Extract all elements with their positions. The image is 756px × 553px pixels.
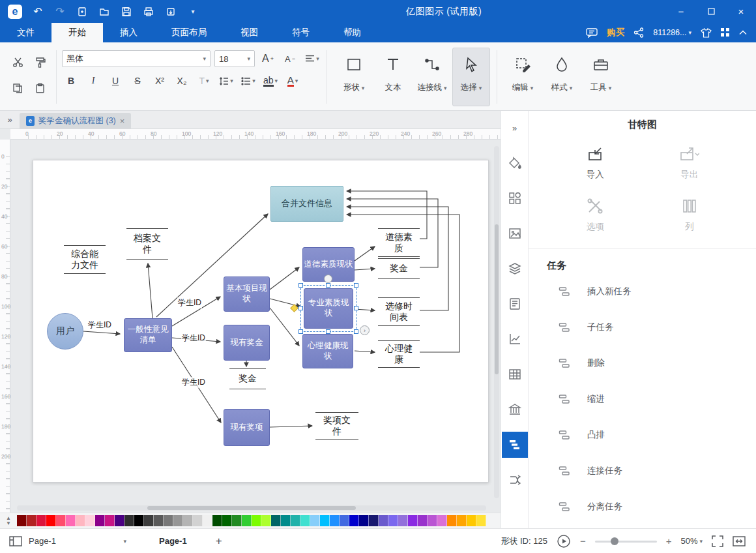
color-swatch[interactable]	[447, 515, 457, 526]
diagram-node[interactable]: 现有奖项	[224, 409, 270, 446]
document-tab[interactable]: e 奖学金确认流程图 (3) ×	[20, 113, 131, 128]
color-swatch[interactable]	[222, 515, 232, 526]
color-swatch[interactable]	[398, 515, 408, 526]
color-swatch[interactable]	[310, 515, 320, 526]
color-swatch[interactable]	[46, 515, 56, 526]
edit-tool-button[interactable]: 编辑▾	[504, 48, 542, 106]
gantt-options-button[interactable]: 选项	[548, 198, 643, 233]
new-file-icon[interactable]	[76, 5, 89, 18]
color-swatch[interactable]	[359, 515, 369, 526]
color-swatch[interactable]	[300, 515, 310, 526]
gantt-import-button[interactable]: 导入	[548, 145, 643, 181]
color-swatch[interactable]	[261, 515, 271, 526]
gantt-tool-icon[interactable]	[502, 432, 528, 458]
bullet-list-button[interactable]: ▾	[239, 72, 257, 89]
fill-style-tool-icon[interactable]	[502, 150, 528, 176]
diagram-node[interactable]: 道德素质现状	[302, 247, 355, 282]
fullscreen-icon[interactable]	[712, 535, 723, 547]
add-page-button[interactable]: +	[216, 535, 222, 548]
share-icon[interactable]	[633, 27, 644, 38]
color-swatch[interactable]	[418, 515, 428, 526]
layers-tool-icon[interactable]	[502, 256, 528, 282]
highlight-color-button[interactable]: ab▾	[261, 72, 280, 89]
color-swatch[interactable]	[17, 515, 27, 526]
color-swatch[interactable]	[467, 515, 476, 526]
canvas-viewport[interactable]: 用户一般性意见清单综合能力文件档案文件合并文件信息基本项目现状道德素质现状专业素…	[10, 140, 501, 513]
color-swatch[interactable]	[349, 515, 359, 526]
menu-view[interactable]: 视图	[224, 23, 275, 42]
zoom-out-button[interactable]: −	[580, 535, 586, 546]
zoom-slider-thumb[interactable]	[611, 537, 618, 545]
color-swatch[interactable]	[320, 515, 330, 526]
color-swatch[interactable]	[164, 515, 173, 526]
text-align-button[interactable]: ▾	[303, 50, 321, 67]
task-item[interactable]: 连接任务	[529, 453, 756, 488]
bold-button[interactable]: B	[62, 72, 80, 89]
fit-to-window-icon[interactable]	[733, 536, 746, 546]
color-swatch[interactable]	[232, 515, 242, 526]
color-swatch[interactable]	[212, 515, 222, 526]
color-swatch[interactable]	[36, 515, 46, 526]
minimize-button[interactable]: −	[666, 0, 696, 23]
color-swatch[interactable]	[27, 515, 36, 526]
format-painter-button[interactable]	[30, 52, 50, 72]
edge-label[interactable]: 学生ID	[87, 320, 112, 331]
open-folder-icon[interactable]	[98, 5, 111, 18]
maximize-button[interactable]	[696, 0, 726, 23]
color-swatch[interactable]	[340, 515, 349, 526]
feedback-chat-icon[interactable]	[586, 27, 598, 38]
color-swatch[interactable]	[144, 515, 154, 526]
color-swatch[interactable]	[105, 515, 115, 526]
color-swatch[interactable]	[457, 515, 467, 526]
color-swatch[interactable]	[56, 515, 66, 526]
diagram-node[interactable]: 奖项文件	[315, 412, 358, 440]
theme-icon[interactable]	[701, 28, 712, 38]
color-swatch[interactable]	[379, 515, 388, 526]
document-tab-close-icon[interactable]: ×	[120, 116, 125, 126]
cross-connector-tool-icon[interactable]	[502, 467, 528, 493]
menu-home[interactable]: 开始	[51, 23, 103, 42]
redo-icon[interactable]: ↷	[53, 5, 66, 18]
diagram-node[interactable]: 一般性意见清单	[124, 318, 172, 352]
color-swatch[interactable]	[369, 515, 379, 526]
close-button[interactable]: ×	[726, 0, 756, 23]
h-ruler[interactable]: 020406080100120140160180200220240260280	[10, 129, 501, 140]
notes-tool-icon[interactable]	[502, 291, 528, 317]
task-item[interactable]: 插入新任务	[529, 273, 756, 309]
diagram-node[interactable]: 奖金	[378, 258, 420, 279]
diagram-node[interactable]: 基本项目现状	[224, 276, 270, 312]
diagram-node[interactable]: 专业素质现状	[304, 288, 353, 329]
text-tool-button[interactable]: 文本	[374, 48, 412, 106]
style-tool-button[interactable]: 样式▾	[543, 48, 581, 106]
color-swatch[interactable]	[66, 515, 76, 526]
collapse-right-panel-icon[interactable]: »	[502, 115, 528, 141]
color-swatch[interactable]	[183, 515, 193, 526]
color-swatch[interactable]	[388, 515, 398, 526]
color-swatch[interactable]	[76, 515, 85, 526]
presentation-play-icon[interactable]	[557, 534, 571, 548]
diagram-node[interactable]: 心理健康	[378, 340, 420, 368]
color-swatch[interactable]	[173, 515, 183, 526]
line-spacing-button[interactable]: ▾	[217, 72, 235, 89]
underline-button[interactable]: U	[106, 72, 124, 89]
diagram-node[interactable]: 现有奖金	[224, 325, 270, 361]
menu-help[interactable]: 帮助	[327, 23, 378, 42]
chart-tool-icon[interactable]	[502, 326, 528, 352]
cut-button[interactable]	[8, 52, 27, 72]
buy-link[interactable]: 购买	[607, 27, 624, 38]
diagram-node[interactable]: 档案文件	[126, 228, 168, 260]
color-swatch[interactable]	[115, 515, 124, 526]
menu-symbols[interactable]: 符号	[275, 23, 327, 42]
color-swatch[interactable]	[193, 515, 203, 526]
toolbar-more-icon[interactable]: ▾	[186, 5, 199, 18]
image-tool-icon[interactable]	[502, 220, 528, 247]
color-swatch[interactable]	[154, 515, 164, 526]
print-icon[interactable]	[142, 5, 155, 18]
color-swatch[interactable]	[437, 515, 447, 526]
edge-label[interactable]: 学生ID	[181, 333, 206, 344]
diagram-node[interactable]: 综合能力文件	[64, 245, 106, 274]
zoom-in-button[interactable]: +	[666, 535, 672, 546]
edge-label[interactable]: 学生ID	[177, 297, 202, 308]
edge-label[interactable]: 学生ID	[181, 377, 206, 388]
italic-button[interactable]: I	[84, 72, 102, 89]
